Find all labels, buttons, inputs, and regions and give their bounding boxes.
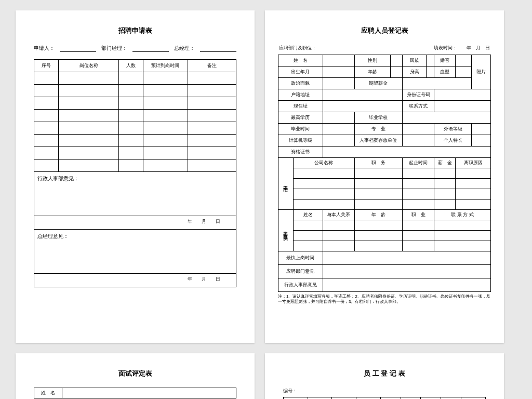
lbl-married: 婚否 [421,397,441,400]
gm-label: 总经理： [174,45,195,52]
val-name[interactable] [62,388,236,398]
val-salary[interactable] [403,78,472,89]
val-married[interactable] [441,397,461,400]
lbl-school: 毕业学校 [354,112,402,124]
applicant-label: 申请人： [34,45,55,52]
val-gradtime[interactable] [323,124,354,135]
hr-date: 年 月 日 [34,216,236,230]
table-row[interactable] [278,200,491,210]
table-row[interactable] [278,168,491,179]
table-row[interactable] [278,241,491,251]
page4-title: 员 工 登 记 表 [283,369,486,378]
positions-table: 序号 岗位名称 人数 预计到岗时间 备注 [34,59,236,172]
val-eth[interactable] [401,397,421,400]
col-count: 人数 [119,60,143,72]
val-major[interactable] [403,124,434,135]
val-blood[interactable] [456,66,472,78]
candidate-table: 姓 名 性别 民族 婚否 照片 出生年月 年龄 身高 血型 政治面貌 期望薪金 [278,55,491,292]
val-gender[interactable] [391,55,403,66]
table-row[interactable] [34,110,236,122]
lbl-gradtime: 毕业时间 [278,124,323,135]
val-specialty[interactable] [472,135,491,147]
val-id[interactable] [434,89,491,101]
serial-label: 编号： [283,388,486,394]
val-addr[interactable] [323,101,403,112]
val-earliest[interactable] [323,251,491,265]
page-employee-registration: 员 工 登 记 表 编号： 姓 名 性 别 民族 婚否 照 [265,353,504,399]
val-ethnicity[interactable] [427,55,434,66]
table-row[interactable] [278,189,491,200]
table-row[interactable] [278,179,491,189]
lbl-workhist: 主要经历 [278,158,294,210]
hr-opinion-label: 行政人事部意见： [37,176,79,181]
val-lang[interactable] [472,124,491,135]
val-married[interactable] [456,55,472,66]
table-row[interactable] [34,147,236,159]
lbl-height: 身高 [403,66,427,78]
val-deptop[interactable] [323,265,491,278]
gm-opinion-label: 总经理意见： [37,233,69,239]
table-row[interactable] [34,122,236,135]
lbl-name: 姓 名 [284,397,308,400]
lbl-computer: 计算机等级 [278,135,323,147]
gm-opinion-box[interactable]: 总经理意见： [34,230,236,274]
val-name[interactable] [308,397,332,400]
val-edu[interactable] [323,112,354,124]
val-certs[interactable] [323,147,491,158]
val-birth[interactable] [323,66,354,78]
fill-time-label: 填表时间： 年 月 日 [434,45,490,51]
col-seq: 序号 [34,60,59,72]
table-row[interactable] [278,220,491,231]
lbl-major: 专 业 [354,124,402,135]
page-candidate-registration: 应聘人员登记表 应聘部门及职位： 填表时间： 年 月 日 姓 名 性别 民族 婚… [265,10,504,343]
val-computer[interactable] [323,135,354,147]
page3-title: 面试评定表 [34,369,236,378]
lbl-age: 年龄 [354,66,390,78]
val-age[interactable] [391,66,403,78]
col-leave: 离职原因 [456,158,491,168]
lbl-gender: 性 别 [332,397,356,400]
page-recruitment-application: 招聘申请表 申请人： 部门经理： 总经理： 序号 岗位名称 人数 预计到岗时间 … [16,10,255,343]
lbl-birth: 出生年月 [278,66,323,78]
col-time: 预计到岗时间 [143,60,188,72]
dept-manager-label: 部门经理： [101,45,127,52]
val-name[interactable] [323,55,354,66]
lbl-family: 主要家庭成员 [278,210,294,251]
col-fcontact: 联 系 方 式 [434,210,491,220]
val-hukou[interactable] [323,89,403,101]
page-interview-eval: 面试评定表 姓 名 [16,353,255,399]
table-row[interactable] [34,72,236,85]
lbl-political: 政治面貌 [278,78,323,89]
gm-date: 年 月 日 [34,274,236,287]
table-row[interactable] [34,97,236,110]
val-archive[interactable] [403,135,434,147]
table-row[interactable] [34,135,236,147]
val-hrop[interactable] [323,278,491,292]
table-row[interactable] [34,85,236,97]
col-occupation: 职 业 [403,210,434,220]
lbl-deptop: 应聘部门意见 [278,265,323,278]
employee-table: 姓 名 性 别 民族 婚否 照 [283,397,486,399]
lbl-photo: 照片 [472,55,491,89]
col-fage: 年 龄 [354,210,402,220]
val-school[interactable] [403,112,491,124]
col-relation: 与本人关系 [323,210,354,220]
col-position: 岗位名称 [58,60,119,72]
hr-opinion-box[interactable]: 行政人事部意见： [34,172,236,216]
page2-title: 应聘人员登记表 [278,26,491,35]
val-height[interactable] [427,66,434,78]
signature-line: 申请人： 部门经理： 总经理： [34,45,236,52]
val-political[interactable] [323,78,354,89]
table-row[interactable] [34,159,236,172]
lbl-name: 姓 名 [34,388,62,398]
applicant-blank[interactable] [60,45,96,52]
dept-manager-blank[interactable] [132,45,169,52]
lbl-specialty: 个人特长 [434,135,472,147]
val-contact[interactable] [434,101,491,112]
lbl-id: 身份证号码 [403,89,434,101]
table-row[interactable] [278,231,491,241]
footnote: 注：1、请认真详实填写各项，字迹工整；2、应聘者须附身份证、学历证明、职称证书、… [278,294,491,305]
val-gender[interactable] [356,397,381,400]
gm-blank[interactable] [200,45,236,52]
interview-table: 姓 名 [34,388,236,398]
